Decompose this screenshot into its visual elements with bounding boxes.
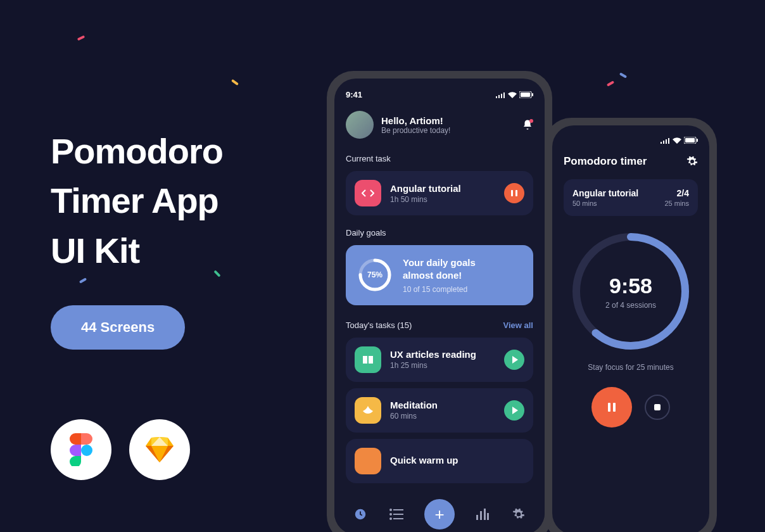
phone-home: 9:41 Hello, Artiom! Be productive today!… (327, 71, 552, 532)
signal-icon (495, 92, 505, 98)
nav-add-button[interactable]: + (424, 499, 455, 529)
confetti-decoration (619, 72, 627, 78)
task-card[interactable]: UX articles reading 1h 25 mins (346, 338, 533, 382)
status-time: 9:41 (346, 90, 362, 99)
todays-tasks-label: Today's tasks (15) (346, 320, 412, 330)
timer-caption: Stay focus for 25 minutes (564, 363, 698, 372)
hero-title-line: Pomodoro (51, 127, 223, 176)
sketch-icon (129, 419, 190, 480)
task-title: UX articles reading (390, 349, 495, 360)
daily-goals-label: Daily goals (346, 228, 533, 238)
task-duration: 60 mins (390, 412, 495, 421)
code-icon (355, 180, 381, 206)
screens-badge[interactable]: 44 Screens (51, 305, 185, 350)
wifi-icon (508, 92, 517, 98)
status-bar: 9:41 (346, 90, 533, 99)
svg-rect-3 (697, 139, 698, 142)
play-task-button[interactable] (504, 350, 524, 370)
nav-list[interactable] (388, 505, 405, 523)
pause-task-button[interactable] (504, 183, 524, 203)
timer-session-duration: 25 mins (664, 200, 689, 207)
svg-rect-20 (484, 509, 486, 520)
current-task-title: Angular tutorial (390, 183, 495, 194)
confetti-decoration (607, 80, 614, 86)
pause-icon (608, 403, 616, 412)
hero-title-line: Timer App (51, 176, 223, 225)
status-icons (495, 91, 533, 98)
task-title: Meditation (390, 400, 495, 410)
timer-ring: 9:58 2 of 4 sessions (571, 231, 691, 352)
svg-rect-19 (480, 511, 482, 520)
daily-goals-card[interactable]: 75% Your daily goals almost done! 10 of … (346, 245, 533, 305)
timer-task-title: Angular tutorial (572, 188, 638, 198)
confetti-decoration (231, 79, 239, 86)
avatar[interactable] (346, 111, 374, 139)
task-duration: 1h 25 mins (390, 361, 495, 370)
svg-rect-17 (393, 518, 403, 519)
svg-point-12 (389, 509, 392, 511)
timer-screen-title: Pomodoro timer (564, 155, 647, 168)
status-bar (564, 137, 698, 144)
notification-bell-icon[interactable] (522, 119, 533, 130)
header: Hello, Artiom! Be productive today! (346, 111, 533, 139)
play-icon (512, 356, 518, 364)
svg-rect-21 (487, 513, 489, 520)
greeting: Hello, Artiom! (381, 115, 514, 126)
task-title: Quick warm up (390, 455, 524, 466)
svg-rect-15 (393, 514, 403, 515)
hero-title: Pomodoro Timer App UI Kit (51, 127, 223, 276)
timer-sessions: 2 of 4 sessions (605, 301, 656, 310)
timer-session-count: 2/4 (664, 188, 689, 198)
signal-icon (660, 137, 670, 144)
svg-rect-7 (521, 92, 530, 97)
confetti-decoration (77, 35, 85, 41)
book-icon (355, 346, 381, 373)
goals-title: almost done! (403, 270, 462, 281)
svg-rect-2 (685, 138, 695, 142)
progress-ring: 75% (357, 257, 393, 293)
bottom-nav: + (334, 494, 545, 532)
play-icon (512, 407, 518, 414)
phone-timer: Pomodoro timer Angular tutorial 50 mins … (545, 118, 717, 532)
svg-point-0 (81, 445, 92, 456)
notification-dot (529, 119, 533, 123)
current-task-label: Current task (346, 154, 533, 163)
timer-time: 9:58 (609, 274, 652, 298)
svg-rect-8 (532, 93, 533, 96)
wifi-icon (673, 137, 681, 144)
pause-icon (511, 190, 517, 196)
svg-rect-18 (476, 515, 478, 520)
stop-icon (654, 404, 661, 410)
task-card[interactable]: Meditation 60 mins (346, 388, 533, 433)
nav-stats[interactable] (474, 505, 491, 523)
task-card[interactable]: Quick warm up (346, 439, 533, 483)
battery-icon (519, 91, 533, 98)
tool-icons (51, 419, 190, 480)
stop-button[interactable] (645, 395, 670, 420)
timer-task-duration: 50 mins (572, 200, 638, 207)
nav-clock[interactable] (351, 505, 369, 523)
svg-rect-13 (393, 509, 403, 510)
timer-task-card[interactable]: Angular tutorial 50 mins 2/4 25 mins (564, 179, 698, 216)
play-task-button[interactable] (504, 400, 524, 421)
current-task-duration: 1h 50 mins (390, 195, 495, 204)
progress-percent: 75% (357, 257, 393, 293)
greeting-subtitle: Be productive today! (381, 126, 514, 135)
view-all-link[interactable]: View all (503, 320, 533, 330)
goals-title: Your daily goals (403, 257, 476, 268)
current-task-card[interactable]: Angular tutorial 1h 50 mins (346, 171, 533, 215)
activity-icon (355, 448, 381, 474)
hero-title-line: UI Kit (51, 226, 223, 276)
svg-point-16 (389, 517, 392, 520)
battery-icon (684, 137, 698, 144)
pause-button[interactable] (591, 387, 632, 428)
goals-subtitle: 10 of 15 completed (403, 285, 522, 294)
svg-point-14 (389, 513, 392, 516)
confetti-decoration (79, 277, 87, 283)
gear-icon[interactable] (686, 156, 698, 167)
figma-icon (51, 419, 111, 480)
lotus-icon (355, 397, 381, 424)
status-icons (660, 137, 698, 144)
nav-settings[interactable] (510, 505, 528, 523)
